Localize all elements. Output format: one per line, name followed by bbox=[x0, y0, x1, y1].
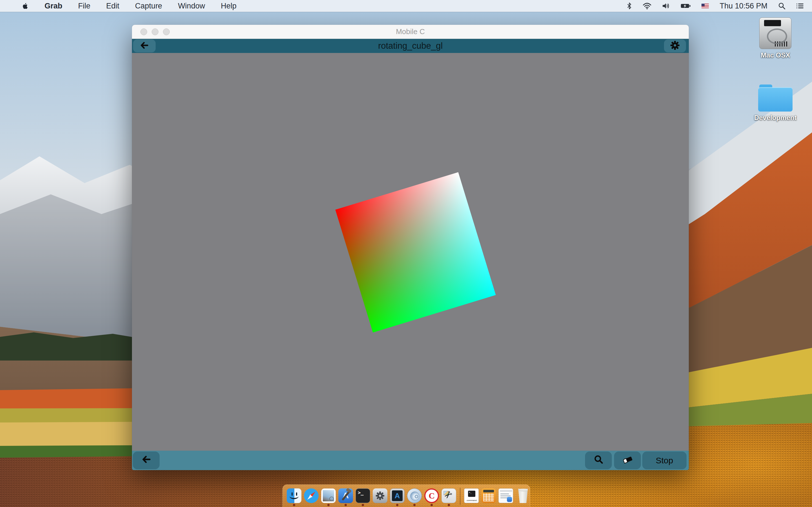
window-title: Mobile C bbox=[396, 27, 425, 36]
dock-mail-icon[interactable] bbox=[321, 489, 336, 503]
dock-safari-icon[interactable] bbox=[304, 489, 319, 503]
menu-help[interactable]: Help bbox=[221, 2, 237, 10]
desktop-icon-label: Mac OSX bbox=[753, 51, 798, 59]
menu-file[interactable]: File bbox=[78, 2, 91, 10]
eraser-icon bbox=[622, 455, 633, 466]
window-titlebar[interactable]: Mobile C bbox=[132, 25, 689, 39]
command-file-label: .command bbox=[464, 499, 478, 502]
dock-divider bbox=[460, 488, 460, 505]
dock-calculator-icon[interactable] bbox=[481, 489, 496, 503]
menu-window[interactable]: Window bbox=[178, 2, 205, 10]
stop-button-label: Stop bbox=[656, 456, 673, 465]
volume-icon[interactable] bbox=[662, 3, 670, 9]
menubar-clock[interactable]: Thu 10:56 PM bbox=[719, 2, 767, 10]
folder-icon bbox=[758, 84, 793, 112]
minimize-button[interactable] bbox=[152, 29, 158, 35]
menu-bar: Grab File Edit Capture Window Help bbox=[0, 0, 812, 12]
bluetooth-icon[interactable] bbox=[626, 2, 632, 10]
rotating-cube-quad bbox=[335, 172, 496, 332]
scissors-icon: ✂ bbox=[442, 489, 455, 502]
dock-system-preferences-icon[interactable] bbox=[373, 489, 388, 503]
mobile-c-window: Mobile C rotating_cube_gl bbox=[132, 25, 689, 470]
dock-terminal-icon[interactable]: >_ bbox=[356, 489, 370, 503]
gear-icon bbox=[670, 40, 680, 52]
dock-finder-icon[interactable] bbox=[287, 489, 301, 503]
dock-trash-icon[interactable] bbox=[516, 489, 530, 503]
wifi-icon[interactable] bbox=[643, 3, 651, 9]
spotlight-search-icon[interactable] bbox=[778, 2, 785, 10]
toolbar-stop-button[interactable]: Stop bbox=[642, 452, 687, 469]
dock-mobile-c-icon[interactable]: C bbox=[424, 489, 439, 503]
dock-xcode-icon[interactable]: A bbox=[338, 489, 353, 503]
toolbar-back-button[interactable] bbox=[133, 452, 160, 469]
toolbar-clear-button[interactable] bbox=[614, 452, 641, 469]
desktop-icon-label: Development bbox=[753, 114, 798, 122]
us-flag-icon[interactable] bbox=[702, 4, 709, 8]
battery-charging-icon[interactable] bbox=[680, 3, 691, 8]
dock-disc-spiral-app-icon[interactable] bbox=[407, 489, 422, 503]
menu-capture[interactable]: Capture bbox=[135, 2, 162, 10]
menu-grab[interactable]: Grab bbox=[45, 2, 62, 10]
magnifier-icon bbox=[594, 455, 603, 466]
apple-menu-icon[interactable] bbox=[22, 2, 29, 10]
dock-command-file-icon[interactable]: >_ .command bbox=[464, 489, 479, 503]
dock-grab-icon[interactable]: ✂ bbox=[442, 489, 456, 503]
back-arrow-icon bbox=[140, 41, 149, 51]
toolbar-search-button[interactable] bbox=[585, 452, 612, 469]
hard-drive-icon bbox=[759, 17, 792, 49]
notification-center-icon[interactable] bbox=[796, 3, 804, 9]
desktop-icon-mac-osx[interactable]: Mac OSX bbox=[753, 17, 798, 59]
desktop-icon-development[interactable]: Development bbox=[753, 84, 798, 122]
settings-button[interactable] bbox=[664, 40, 686, 52]
close-button[interactable] bbox=[140, 29, 147, 35]
header-back-button[interactable] bbox=[133, 40, 156, 52]
back-arrow-icon bbox=[141, 455, 151, 466]
dock-developer-app-icon[interactable]: A bbox=[390, 489, 405, 503]
dock-xcode-project-document-icon[interactable] bbox=[499, 489, 513, 503]
opengl-render-surface[interactable] bbox=[132, 53, 689, 451]
dock: A >_ A bbox=[283, 485, 530, 507]
app-header-bar: rotating_cube_gl bbox=[132, 39, 689, 53]
app-title: rotating_cube_gl bbox=[132, 39, 689, 53]
menu-edit[interactable]: Edit bbox=[106, 2, 119, 10]
zoom-button[interactable] bbox=[163, 29, 170, 35]
app-bottom-toolbar: Stop bbox=[132, 451, 689, 470]
